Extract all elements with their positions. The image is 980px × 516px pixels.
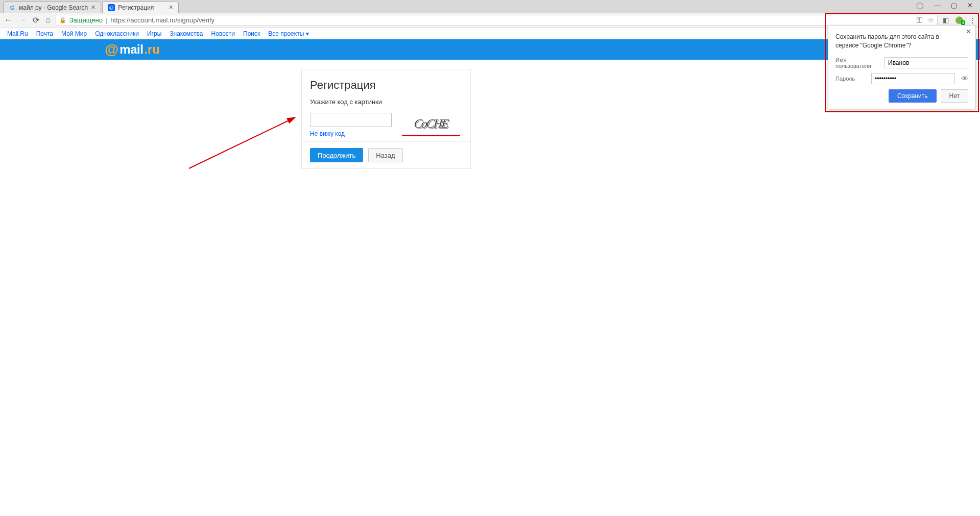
secure-label: Защищено — [69, 16, 103, 24]
save-password-popup: ✕ Сохранить пароль для этого сайта в сер… — [828, 25, 976, 109]
forward-icon[interactable]: → — [18, 15, 27, 25]
close-icon[interactable]: ✕ — [169, 4, 173, 11]
maximize-icon[interactable]: ▢ — [951, 2, 957, 9]
portal-link-odnoklassniki[interactable]: Одноклассники — [95, 30, 139, 37]
svg-line-0 — [189, 117, 295, 168]
portal-link-novosti[interactable]: Новости — [211, 30, 235, 37]
logo-at-icon: @ — [105, 41, 118, 58]
logo-mail-text: mail — [119, 42, 143, 57]
window-controls: — ▢ ✕ — [927, 0, 980, 11]
username-field[interactable] — [885, 57, 968, 68]
portal-link-igry[interactable]: Игры — [147, 30, 161, 37]
annotation-underline — [402, 135, 460, 136]
back-icon[interactable]: ← — [4, 15, 12, 25]
tab-title: Регистрация — [118, 4, 154, 11]
portal-link-pochta[interactable]: Почта — [36, 30, 53, 37]
tab-title: майл ру - Google Search — [19, 4, 88, 11]
refresh-captcha-link[interactable]: Не вижу код — [310, 130, 345, 137]
annotation-highlight-box: ✕ Сохранить пароль для этого сайта в сер… — [825, 13, 979, 112]
annotation-arrow-icon — [188, 114, 305, 170]
continue-button[interactable]: Продолжить — [310, 148, 363, 162]
portal-link-moimir[interactable]: Мой Мир — [61, 30, 87, 37]
home-icon[interactable]: ⌂ — [45, 15, 51, 25]
portal-link-znakomstva[interactable]: Знакомства — [170, 30, 203, 37]
tab-strip: G майл ру - Google Search ✕ @ Регистраци… — [0, 0, 980, 13]
portal-link-mailru[interactable]: Mail.Ru — [7, 30, 28, 37]
save-password-button[interactable]: Сохранить — [889, 89, 937, 103]
portal-link-poisk[interactable]: Поиск — [243, 30, 260, 37]
card-footer: Продолжить Назад — [302, 141, 470, 168]
url-text: https://account.mail.ru/signup/verify — [110, 16, 214, 24]
portal-link-allprojects[interactable]: Все проекты ▾ — [268, 30, 308, 37]
close-icon[interactable]: ✕ — [966, 28, 971, 35]
lock-icon: 🔒 — [59, 17, 66, 23]
minimize-icon[interactable]: — — [934, 2, 941, 9]
mailru-logo[interactable]: @ mail .ru — [105, 41, 160, 58]
captcha-image: CoCHE — [402, 113, 460, 134]
eye-icon[interactable]: 👁 — [961, 75, 968, 83]
registration-title: Регистрация — [310, 79, 462, 92]
reload-icon[interactable]: ⟳ — [33, 15, 39, 25]
popup-message: Сохранить пароль для этого сайта в серви… — [835, 33, 968, 51]
close-window-icon[interactable]: ✕ — [967, 2, 973, 9]
decline-save-button[interactable]: Нет — [941, 89, 968, 103]
favicon-google-icon: G — [9, 4, 16, 11]
favicon-mailru-icon: @ — [108, 4, 115, 11]
browser-tab-0[interactable]: G майл ру - Google Search ✕ — [3, 2, 101, 13]
password-field[interactable] — [871, 73, 955, 84]
chevron-down-icon: ▾ — [306, 30, 309, 37]
browser-tab-1[interactable]: @ Регистрация ✕ — [102, 2, 179, 13]
close-icon[interactable]: ✕ — [91, 4, 95, 11]
username-label: Имя пользователя — [835, 57, 880, 69]
nav-buttons: ← → ⟳ ⌂ — [4, 15, 51, 25]
address-bar[interactable]: 🔒 Защищено | https://account.mail.ru/sig… — [56, 15, 938, 26]
password-label: Пароль — [835, 76, 867, 82]
back-button[interactable]: Назад — [368, 148, 402, 162]
registration-card: Регистрация Укажите код с картинки Не ви… — [301, 69, 471, 169]
captcha-hint: Укажите код с картинки — [310, 98, 462, 106]
logo-ru-text: .ru — [144, 42, 160, 57]
user-icon[interactable]: ◯ — [916, 2, 924, 9]
captcha-input[interactable] — [310, 113, 392, 127]
